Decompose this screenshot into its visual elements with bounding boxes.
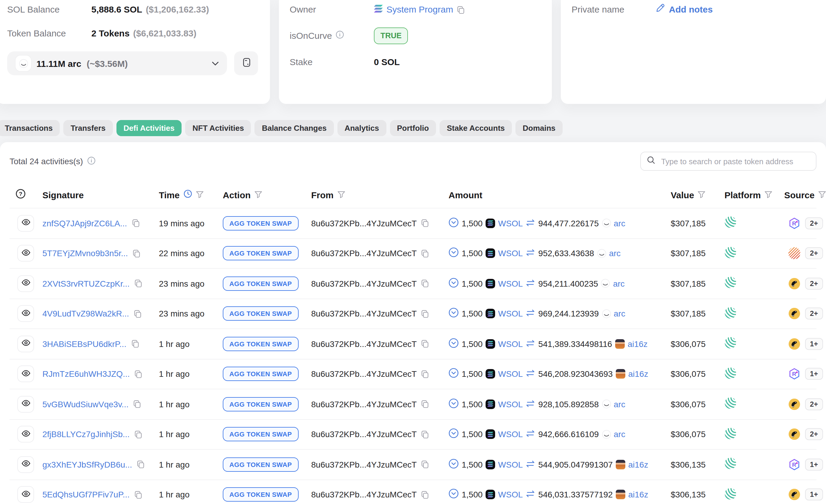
source-count-badge[interactable]: 2+ <box>805 278 823 290</box>
platform-icon[interactable] <box>724 397 736 411</box>
eye-button[interactable] <box>17 305 34 322</box>
signature-link[interactable]: 5vGBWudSiuwVqe3v... <box>42 399 128 409</box>
swap-detail-icon[interactable] <box>449 459 459 470</box>
copy-icon[interactable] <box>421 370 428 378</box>
copy-icon[interactable] <box>134 491 142 499</box>
search-input[interactable] <box>660 156 810 166</box>
platform-icon[interactable] <box>724 458 736 471</box>
copy-icon[interactable] <box>421 250 428 257</box>
token-in-link[interactable]: WSOL <box>498 279 523 289</box>
action-badge[interactable]: AGG TOKEN SWAP <box>223 276 298 291</box>
eye-button[interactable] <box>17 275 34 292</box>
filter-icon[interactable] <box>698 190 705 200</box>
signature-link[interactable]: znfSQ7JApj9rZC6LA... <box>42 218 127 228</box>
clock-icon[interactable] <box>183 189 192 200</box>
token-in-link[interactable]: WSOL <box>498 309 523 319</box>
copy-icon[interactable] <box>131 340 139 348</box>
copy-icon[interactable] <box>135 370 142 378</box>
source-count-badge[interactable]: 1+ <box>805 459 823 470</box>
from-address[interactable]: 8u6u372KPb...4YJzuMCecT <box>311 309 417 319</box>
token-out-link[interactable]: ai16z <box>628 369 648 379</box>
source-count-badge[interactable]: 1+ <box>805 338 823 350</box>
platform-icon[interactable] <box>724 216 736 230</box>
wallet-button[interactable] <box>234 51 258 75</box>
token-out-link[interactable]: arc <box>614 430 625 439</box>
tab-portfolio[interactable]: Portfolio <box>390 120 436 136</box>
swap-detail-icon[interactable] <box>449 278 459 290</box>
from-address[interactable]: 8u6u372KPb...4YJzuMCecT <box>311 249 417 258</box>
action-badge[interactable]: AGG TOKEN SWAP <box>223 457 298 472</box>
swap-detail-icon[interactable] <box>449 429 459 440</box>
eye-button[interactable] <box>17 366 34 382</box>
eye-button[interactable] <box>17 215 34 232</box>
copy-icon[interactable] <box>132 219 139 227</box>
platform-icon[interactable] <box>724 247 736 260</box>
eye-button[interactable] <box>17 426 34 443</box>
swap-detail-icon[interactable] <box>449 338 459 350</box>
tab-balance-changes[interactable]: Balance Changes <box>255 120 334 136</box>
copy-icon[interactable] <box>457 6 464 13</box>
filter-icon[interactable] <box>196 190 204 200</box>
token-out-link[interactable]: ai16z <box>628 490 648 500</box>
source-count-badge[interactable]: 2+ <box>805 429 823 440</box>
platform-icon[interactable] <box>724 337 736 351</box>
token-in-link[interactable]: WSOL <box>498 249 523 258</box>
from-address[interactable]: 8u6u372KPb...4YJzuMCecT <box>311 279 417 289</box>
copy-icon[interactable] <box>134 310 141 318</box>
action-badge[interactable]: AGG TOKEN SWAP <box>223 337 298 351</box>
question-icon[interactable]: ? <box>15 189 26 201</box>
eye-button[interactable] <box>17 335 34 352</box>
eye-button[interactable] <box>17 396 34 413</box>
orca-source-icon[interactable] <box>788 429 800 440</box>
signature-link[interactable]: 5T7EYjZMvno9b3n5r... <box>42 249 128 258</box>
source-count-badge[interactable]: 2+ <box>805 308 823 320</box>
platform-icon[interactable] <box>724 277 736 291</box>
copy-icon[interactable] <box>421 280 428 288</box>
tab-analytics[interactable]: Analytics <box>338 120 387 136</box>
token-out-link[interactable]: ai16z <box>628 339 648 349</box>
filter-icon[interactable] <box>337 190 345 200</box>
tab-stake-accounts[interactable]: Stake Accounts <box>439 120 512 136</box>
rango-source-icon[interactable]: R <box>788 368 800 380</box>
action-badge[interactable]: AGG TOKEN SWAP <box>223 307 298 321</box>
platform-icon[interactable] <box>724 488 736 502</box>
swap-detail-icon[interactable] <box>449 398 459 410</box>
tab-nft-activities[interactable]: NFT Activities <box>185 120 251 136</box>
token-out-link[interactable]: ai16z <box>628 460 648 469</box>
orca-source-icon[interactable] <box>788 398 800 410</box>
tab-defi-activities[interactable]: Defi Activities <box>116 120 182 136</box>
platform-icon[interactable] <box>724 307 736 321</box>
tab-transfers[interactable]: Transfers <box>63 120 113 136</box>
action-badge[interactable]: AGG TOKEN SWAP <box>223 427 298 442</box>
eye-button[interactable] <box>17 486 34 503</box>
from-address[interactable]: 8u6u372KPb...4YJzuMCecT <box>311 430 417 439</box>
token-in-link[interactable]: WSOL <box>498 460 523 469</box>
from-address[interactable]: 8u6u372KPb...4YJzuMCecT <box>311 218 417 228</box>
token-out-link[interactable]: arc <box>613 279 625 289</box>
action-badge[interactable]: AGG TOKEN SWAP <box>223 216 298 231</box>
signature-link[interactable]: 2fjB8LLYCz7gJinhjSb... <box>42 430 130 439</box>
orca-source-icon[interactable] <box>788 338 800 350</box>
swap-detail-icon[interactable] <box>449 248 459 259</box>
platform-icon[interactable] <box>724 367 736 381</box>
copy-icon[interactable] <box>137 461 144 468</box>
source-count-badge[interactable]: 1+ <box>805 489 823 501</box>
orca-source-icon[interactable] <box>788 278 800 290</box>
rango-source-icon[interactable]: R <box>788 459 800 470</box>
from-address[interactable]: 8u6u372KPb...4YJzuMCecT <box>311 369 417 379</box>
token-out-link[interactable]: arc <box>614 218 625 228</box>
filter-icon[interactable] <box>818 190 826 200</box>
signature-link[interactable]: 5EdQhsUGf7PFiv7uP... <box>42 490 130 500</box>
copy-icon[interactable] <box>133 250 140 257</box>
copy-icon[interactable] <box>421 400 428 408</box>
copy-icon[interactable] <box>421 491 428 499</box>
copy-icon[interactable] <box>421 431 428 438</box>
token-in-link[interactable]: WSOL <box>498 369 523 379</box>
platform-icon[interactable] <box>724 428 736 441</box>
token-dropdown[interactable]: 11.11M arc (~$3.56M) <box>7 51 227 75</box>
striped-source-icon[interactable] <box>788 248 800 259</box>
copy-icon[interactable] <box>421 310 428 318</box>
action-badge[interactable]: AGG TOKEN SWAP <box>223 246 298 261</box>
add-notes-link[interactable]: Add notes <box>656 4 713 15</box>
token-out-link[interactable]: arc <box>609 249 621 258</box>
